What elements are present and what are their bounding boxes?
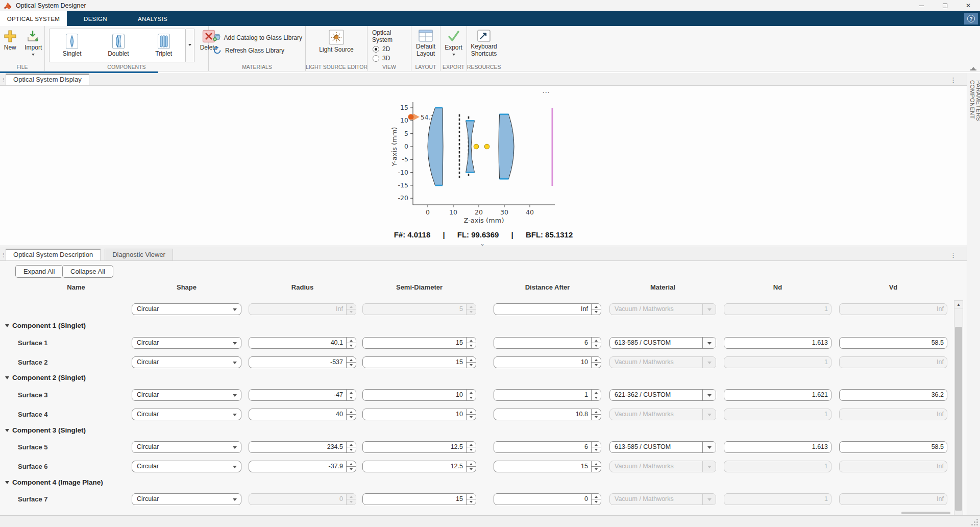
semi-diameter-input[interactable]: 15 <box>362 493 476 505</box>
spinner-down-icon[interactable] <box>592 395 601 400</box>
maximize-button[interactable] <box>933 0 957 11</box>
spinner-down-icon[interactable] <box>592 309 601 315</box>
spinner-buttons[interactable] <box>591 357 601 368</box>
spinner-up-icon[interactable] <box>467 338 476 343</box>
refresh-glass-library-button[interactable]: Refresh Glass Library <box>210 45 305 56</box>
tab-optical-system-description[interactable]: Optical System Description <box>6 249 101 260</box>
strip-overflow-icon[interactable]: ⋮ <box>950 251 957 259</box>
tab-optical-system[interactable]: OPTICAL SYSTEM <box>0 11 67 26</box>
spinner-up-icon[interactable] <box>592 390 601 395</box>
collapse-triangle-icon[interactable] <box>5 429 9 434</box>
spinner-down-icon[interactable] <box>467 499 476 505</box>
close-button[interactable]: ✕ <box>957 0 980 11</box>
spinner-down-icon[interactable] <box>347 362 356 368</box>
spinner-down-icon[interactable] <box>347 414 356 420</box>
tab-optical-system-display[interactable]: Optical System Display <box>6 74 89 85</box>
focal-marker-2[interactable] <box>484 144 489 149</box>
collapse-triangle-icon[interactable] <box>5 376 9 381</box>
pane-grip[interactable]: ⁞ <box>3 77 4 83</box>
spinner-buttons[interactable] <box>466 461 476 472</box>
spinner-up-icon[interactable] <box>592 338 601 343</box>
spinner-buttons[interactable] <box>591 494 601 505</box>
spinner-buttons[interactable] <box>466 494 476 505</box>
shape-select[interactable]: Circular <box>132 441 241 453</box>
spinner-down-icon[interactable] <box>592 466 601 472</box>
distance-after-input[interactable]: 6 <box>494 441 601 453</box>
component-parameters-tab[interactable]: COMPONENT PARAMETERS <box>969 80 980 121</box>
light-source-button[interactable]: Light Source <box>306 26 367 54</box>
tab-design[interactable]: DESIGN <box>67 11 124 26</box>
spinner-up-icon[interactable] <box>592 442 601 447</box>
semi-diameter-input[interactable]: 15 <box>362 356 476 368</box>
spinner-up-icon[interactable] <box>592 461 601 466</box>
spinner-buttons[interactable] <box>591 338 601 348</box>
vd-input[interactable]: 36.2 <box>839 389 947 401</box>
semi-diameter-input[interactable]: 12.5 <box>362 441 476 453</box>
shape-select[interactable]: Circular <box>132 337 241 349</box>
spinner-buttons[interactable] <box>591 409 601 420</box>
spinner-down-icon[interactable] <box>467 395 476 400</box>
spinner-down-icon[interactable] <box>467 343 476 348</box>
spinner-buttons[interactable] <box>346 442 356 452</box>
semi-diameter-input[interactable]: 10 <box>362 409 476 420</box>
lens-3[interactable] <box>499 114 514 179</box>
spinner-down-icon[interactable] <box>467 362 476 368</box>
tab-diagnostic-viewer[interactable]: Diagnostic Viewer <box>105 249 173 260</box>
component-group-row[interactable]: Component 1 (Singlet) <box>0 322 459 331</box>
spinner-buttons[interactable] <box>346 338 356 348</box>
add-catalog-button[interactable]: Add Catalog to Glass Library <box>210 32 305 43</box>
spinner-buttons[interactable] <box>466 442 476 452</box>
scrollbar-up-icon[interactable]: ▲ <box>954 301 963 309</box>
spinner-up-icon[interactable] <box>592 304 601 309</box>
distance-after-input[interactable]: 6 <box>494 337 601 349</box>
distance-after-input[interactable]: 0 <box>494 493 601 505</box>
spinner-down-icon[interactable] <box>467 414 476 420</box>
spinner-up-icon[interactable] <box>467 409 476 414</box>
vertical-scrollbar-thumb[interactable] <box>955 327 962 511</box>
lens-2[interactable] <box>466 121 475 172</box>
distance-after-input[interactable]: 1 <box>494 389 601 401</box>
dropdown-arrow-button[interactable] <box>702 390 716 400</box>
component-group-row[interactable]: Component 4 (Image Plane) <box>0 478 459 488</box>
pane-grip[interactable]: ⁞ <box>3 252 4 258</box>
spinner-down-icon[interactable] <box>347 395 356 400</box>
spinner-up-icon[interactable] <box>347 442 356 447</box>
radius-input[interactable]: -47 <box>249 389 356 401</box>
resize-grip-icon[interactable] <box>971 518 978 525</box>
spinner-down-icon[interactable] <box>592 414 601 420</box>
spinner-up-icon[interactable] <box>347 409 356 414</box>
minimize-button[interactable] <box>910 0 933 11</box>
radius-input[interactable]: -37.9 <box>249 461 356 472</box>
collapse-triangle-icon[interactable] <box>5 481 9 486</box>
dropdown-arrow-button[interactable] <box>702 442 716 452</box>
component-group-row[interactable]: Component 3 (Singlet) <box>0 426 459 436</box>
singlet-button[interactable]: Singlet <box>59 33 86 58</box>
spinner-buttons[interactable] <box>466 409 476 420</box>
spinner-up-icon[interactable] <box>467 442 476 447</box>
shape-select[interactable]: Circular <box>132 493 241 505</box>
new-button[interactable]: New <box>0 26 20 57</box>
spinner-buttons[interactable] <box>591 461 601 472</box>
spinner-buttons[interactable] <box>346 390 356 400</box>
semi-diameter-input[interactable]: 10 <box>362 389 476 401</box>
spinner-buttons[interactable] <box>466 390 476 400</box>
import-button[interactable]: Import <box>22 26 44 57</box>
horizontal-scrollbar-thumb[interactable] <box>901 512 950 514</box>
spinner-buttons[interactable] <box>591 304 601 315</box>
help-button[interactable]: ? <box>964 13 978 25</box>
spinner-up-icon[interactable] <box>467 357 476 362</box>
spinner-buttons[interactable] <box>591 442 601 452</box>
spinner-down-icon[interactable] <box>592 343 601 348</box>
spinner-down-icon[interactable] <box>467 447 476 452</box>
spinner-down-icon[interactable] <box>347 447 356 452</box>
component-group-row[interactable]: Component 2 (Singlet) <box>0 374 459 383</box>
expand-panel-icon[interactable] <box>970 66 976 70</box>
spinner-up-icon[interactable] <box>347 338 356 343</box>
default-layout-button[interactable]: Default Layout <box>411 26 440 58</box>
spinner-up-icon[interactable] <box>592 494 601 499</box>
spinner-down-icon[interactable] <box>592 362 601 368</box>
spinner-up-icon[interactable] <box>347 357 356 362</box>
doublet-button[interactable]: Doublet <box>104 33 133 58</box>
shape-select[interactable]: Circular <box>132 409 241 420</box>
spinner-down-icon[interactable] <box>592 447 601 452</box>
